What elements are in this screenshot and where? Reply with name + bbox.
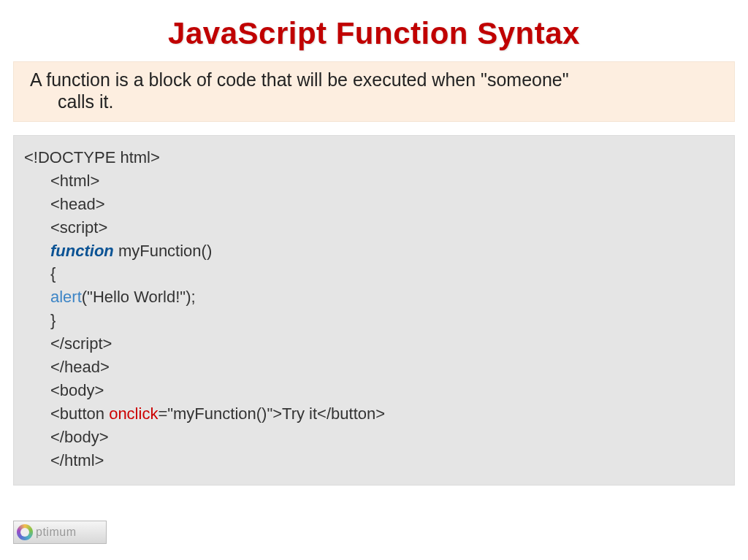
page-title: JavaScript Function Syntax: [0, 0, 748, 61]
keyword-alert: alert: [50, 288, 82, 306]
code-line: <!DOCTYPE html>: [24, 146, 724, 169]
code-text: ("Hello World!");: [82, 288, 196, 306]
description-line-1: A function is a block of code that will …: [30, 69, 569, 90]
code-line: </html>: [24, 449, 724, 472]
code-line: <html>: [24, 169, 724, 193]
keyword-function: function: [50, 242, 114, 260]
code-line: <script>: [24, 216, 724, 239]
code-line: {: [24, 262, 724, 285]
code-line: <button onclick="myFunction()">Try it</b…: [24, 402, 724, 426]
code-line: alert("Hello World!");: [24, 285, 724, 309]
logo-text: ptimum: [36, 526, 76, 539]
description-box: A function is a block of code that will …: [13, 61, 735, 122]
code-line: </script>: [24, 332, 724, 356]
code-line: <head>: [24, 193, 724, 216]
description-line-2: calls it.: [30, 91, 722, 113]
optimum-logo: ptimum: [13, 521, 107, 544]
code-line: <body>: [24, 379, 724, 402]
logo-circle-icon: [17, 524, 33, 540]
code-text: ="myFunction()">Try it</button>: [158, 404, 385, 423]
code-line: </head>: [24, 356, 724, 379]
keyword-onclick: onclick: [109, 404, 158, 423]
slide: JavaScript Function Syntax A function is…: [0, 0, 748, 560]
code-text: myFunction(): [114, 242, 212, 260]
code-block: <!DOCTYPE html> <html> <head> <script> f…: [13, 135, 735, 486]
code-line: </body>: [24, 426, 724, 449]
description-text: A function is a block of code that will …: [26, 69, 722, 112]
code-line: function myFunction(): [24, 239, 724, 263]
code-line: }: [24, 309, 724, 332]
code-text: <button: [50, 404, 109, 423]
